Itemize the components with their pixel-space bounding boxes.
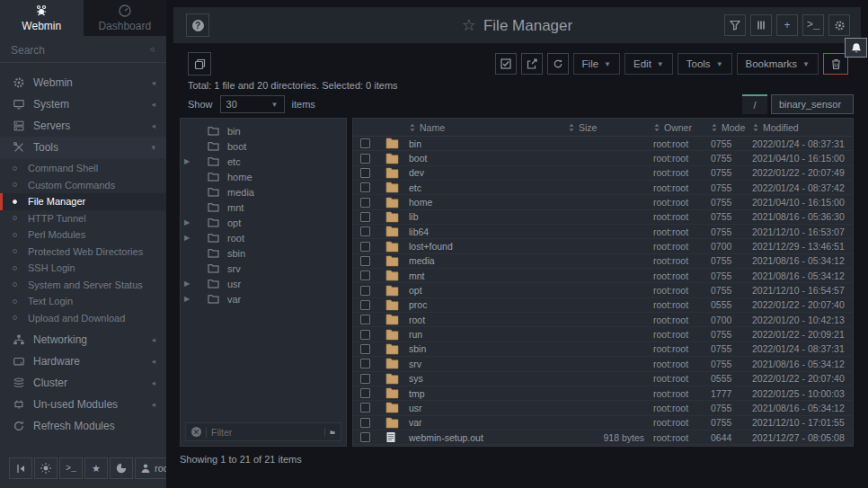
sidebar-subitem[interactable]: Protected Web Directories	[0, 244, 166, 261]
expand-arrow-icon[interactable]: ▶	[184, 218, 193, 226]
share-button[interactable]	[521, 53, 543, 75]
row-checkbox[interactable]	[360, 330, 370, 340]
settings-button[interactable]	[828, 14, 850, 36]
row-checkbox[interactable]	[360, 388, 370, 398]
sidebar-item-cluster[interactable]: Cluster ◂	[0, 372, 166, 394]
row-checkbox[interactable]	[360, 315, 370, 324]
tab-dashboard[interactable]: Dashboard	[84, 0, 167, 36]
terminal-button[interactable]: >_	[59, 457, 83, 479]
folder-icon[interactable]	[324, 428, 335, 437]
row-checkbox[interactable]	[360, 432, 370, 442]
sidebar-item-networking[interactable]: Networking ◂	[0, 329, 166, 350]
sidebar-subitem[interactable]: File Manager	[0, 193, 166, 210]
menu-button[interactable]: File ▼	[573, 53, 620, 75]
collapse-sidebar-button[interactable]	[9, 457, 32, 479]
tree-item[interactable]: ▶ usr	[181, 276, 346, 291]
notifications-button[interactable]	[845, 38, 867, 58]
sidebar-item-refresh-modules[interactable]: Refresh Modules	[0, 415, 166, 437]
sidebar-subitem[interactable]: HTTP Tunnel	[0, 210, 166, 227]
tree-item[interactable]: ▶ etc	[181, 154, 346, 169]
page-size-select[interactable]: 30 ▼	[220, 95, 285, 113]
row-checkbox[interactable]	[360, 403, 370, 413]
row-checkbox[interactable]	[360, 256, 370, 266]
tree-item[interactable]: ▶ media	[181, 184, 346, 200]
menu-button[interactable]: Tools ▼	[678, 53, 732, 75]
sidebar-subitem[interactable]: Command Shell	[0, 160, 166, 177]
menu-button[interactable]: Bookmarks ▼	[737, 53, 819, 75]
row-checkbox[interactable]	[360, 212, 370, 222]
row-checkbox[interactable]	[360, 138, 370, 148]
table-row[interactable]: etc root:root 0755 2022/01/24 - 08:37:42	[353, 181, 853, 195]
table-row[interactable]: proc root:root 0555 2022/01/22 - 20:07:4…	[353, 298, 853, 313]
table-row[interactable]: boot root:root 0755 2021/04/10 - 16:15:0…	[353, 151, 853, 165]
filter-button[interactable]	[724, 14, 746, 36]
menu-button[interactable]: Edit ▼	[624, 53, 673, 75]
filter-input[interactable]	[206, 427, 324, 438]
sidebar-item-tools[interactable]: Tools ▾	[0, 137, 166, 158]
table-row[interactable]: home root:root 0755 2021/04/10 - 16:15:0…	[353, 195, 853, 209]
path-root-button[interactable]: /	[742, 94, 767, 114]
refresh-button[interactable]	[547, 53, 569, 75]
row-checkbox[interactable]	[360, 344, 370, 354]
column-header-size[interactable]: Size	[568, 122, 653, 133]
table-row[interactable]: bin root:root 0755 2022/01/24 - 08:37:31	[353, 137, 853, 151]
select-all-button[interactable]	[495, 53, 517, 75]
row-checkbox[interactable]	[360, 374, 370, 384]
column-header-modified[interactable]: Modified	[752, 122, 853, 133]
row-checkbox[interactable]	[360, 226, 370, 236]
sidebar-subitem[interactable]: Custom Commands	[0, 177, 166, 194]
tree-item[interactable]: ▶ bin	[181, 123, 346, 138]
row-checkbox[interactable]	[360, 271, 370, 280]
table-row[interactable]: lost+found root:root 0700 2021/12/29 - 1…	[353, 239, 853, 253]
sidebar-subitem[interactable]: Upload and Download	[0, 310, 166, 327]
path-input[interactable]	[771, 94, 854, 114]
row-checkbox[interactable]	[360, 182, 370, 192]
table-row[interactable]: tmp root:root 1777 2022/01/25 - 10:00:03	[353, 386, 853, 401]
row-checkbox[interactable]	[360, 198, 370, 208]
table-row[interactable]: media root:root 0755 2021/08/16 - 05:34:…	[353, 254, 853, 269]
tree-item[interactable]: ▶ srv	[181, 261, 346, 276]
sidebar-item-hardware[interactable]: Hardware ◂	[0, 350, 166, 372]
sidebar-subitem[interactable]: System and Server Status	[0, 277, 166, 294]
sidebar-item-servers[interactable]: Servers ◂	[0, 115, 166, 137]
tree-item[interactable]: ▶ opt	[181, 215, 346, 230]
paste-view-button[interactable]	[188, 52, 211, 75]
sidebar-subitem[interactable]: Text Login	[0, 293, 166, 310]
table-row[interactable]: sbin root:root 0755 2022/01/24 - 08:37:3…	[353, 342, 853, 357]
column-header-mode[interactable]: Mode	[711, 122, 752, 133]
table-row[interactable]: srv root:root 0755 2021/08/16 - 05:34:12	[353, 357, 853, 371]
row-checkbox[interactable]	[360, 242, 370, 252]
row-checkbox[interactable]	[360, 154, 370, 164]
tree-item[interactable]: ▶ boot	[181, 138, 346, 154]
tree-item[interactable]: ▶ var	[181, 291, 346, 306]
expand-arrow-icon[interactable]: ▶	[184, 279, 193, 288]
table-row[interactable]: usr root:root 0755 2021/08/16 - 05:34:12	[353, 401, 853, 415]
table-row[interactable]: lib root:root 0755 2021/08/16 - 05:36:30	[353, 210, 853, 225]
table-row[interactable]: lib64 root:root 0755 2021/12/10 - 16:53:…	[353, 225, 853, 239]
tree-item[interactable]: ▶ home	[181, 169, 346, 184]
row-checkbox[interactable]	[360, 359, 370, 368]
tree-item[interactable]: ▶ root	[181, 230, 346, 245]
column-header-name[interactable]: Name	[409, 122, 568, 133]
table-row[interactable]: webmin-setup.out 918 bytes root:root 064…	[353, 430, 853, 445]
expand-arrow-icon[interactable]: ▶	[184, 295, 193, 303]
row-checkbox[interactable]	[360, 286, 370, 296]
sidebar-item-system[interactable]: System ◂	[0, 93, 166, 115]
favorites-button[interactable]: ★	[84, 457, 108, 479]
clear-filter-icon[interactable]: ✕	[191, 427, 201, 437]
row-checkbox[interactable]	[360, 168, 370, 178]
language-button[interactable]	[110, 457, 133, 479]
row-checkbox[interactable]	[360, 300, 370, 310]
table-row[interactable]: var root:root 0755 2021/12/10 - 17:01:55	[353, 416, 853, 430]
shell-button[interactable]: >_	[802, 14, 824, 36]
search-input[interactable]	[11, 44, 150, 57]
tree-item[interactable]: ▶ sbin	[181, 245, 346, 261]
sidebar-item-webmin[interactable]: Webmin ◂	[0, 72, 166, 93]
table-row[interactable]: mnt root:root 0755 2021/08/16 - 05:34:12	[353, 269, 853, 283]
add-button[interactable]: +	[776, 14, 798, 36]
sidebar-item-unused-modules[interactable]: Un-used Modules ◂	[0, 394, 166, 415]
columns-button[interactable]	[750, 14, 772, 36]
expand-arrow-icon[interactable]: ▶	[184, 234, 193, 242]
expand-arrow-icon[interactable]: ▶	[184, 157, 193, 165]
table-row[interactable]: opt root:root 0755 2021/12/10 - 16:54:57	[353, 283, 853, 297]
